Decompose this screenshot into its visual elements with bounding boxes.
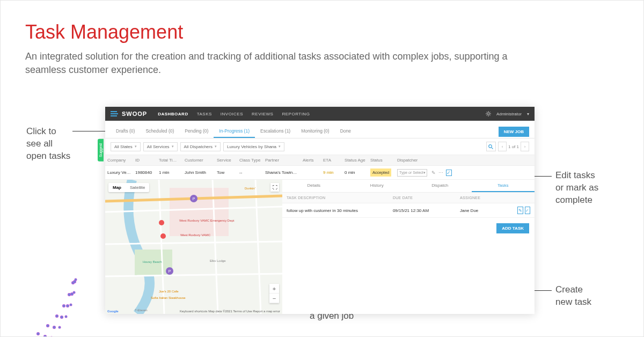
detail-tab-dispatch[interactable]: Dispatch: [408, 180, 472, 192]
new-job-button[interactable]: NEW JOB: [499, 127, 529, 137]
tab-in-progress[interactable]: In-Progress (1): [214, 125, 255, 138]
cell-partner: Shana's Towing C…: [263, 167, 301, 178]
svg-point-7: [62, 304, 65, 307]
dispatcher-select[interactable]: Type or Select▾: [397, 169, 427, 177]
svg-text:West Roxbury VAMC: West Roxbury VAMC: [180, 233, 211, 237]
pager: ‹ 1 of 1 ›: [498, 142, 529, 151]
svg-point-5: [46, 324, 49, 327]
task-edit-button[interactable]: ✎: [517, 207, 523, 214]
tab-done[interactable]: Done: [335, 125, 356, 138]
cell-age: 0 min: [342, 167, 368, 178]
col-partner[interactable]: Partner: [263, 155, 301, 165]
col-alerts[interactable]: Alerts: [301, 155, 321, 165]
nav-reporting[interactable]: REPORTING: [282, 112, 310, 116]
status-tabs: Drafts (0) Scheduled (0) Pending (0) In-…: [105, 121, 535, 138]
svg-text:P: P: [169, 269, 171, 273]
check-icon[interactable]: ✓: [446, 170, 452, 176]
task-assignee: Jane Doe: [456, 205, 513, 216]
detail-area: Map Satellite ⛶ + − P P West Roxbury VAM…: [105, 180, 535, 314]
svg-rect-37: [170, 188, 229, 236]
tab-pending[interactable]: Pending (0): [179, 125, 214, 138]
zoom-out-button[interactable]: −: [269, 294, 279, 303]
col-customer[interactable]: Customer: [182, 155, 215, 165]
task-col-due: DUE DATE: [389, 193, 456, 203]
detail-tab-details[interactable]: Details: [282, 180, 346, 192]
col-id[interactable]: ID: [133, 155, 157, 165]
svg-point-9: [71, 281, 75, 284]
fullscreen-icon[interactable]: ⛶: [270, 183, 279, 192]
user-label[interactable]: Administrator: [496, 112, 522, 116]
tab-monitoring[interactable]: Monitoring (0): [296, 125, 334, 138]
page-title: Task Management: [1, 1, 643, 50]
map-credit-terms: Keyboard shortcuts Map data ©2021 Terms …: [180, 310, 280, 313]
map-toggle-satellite[interactable]: Satellite: [126, 183, 149, 192]
add-task-button[interactable]: ADD TASK: [496, 223, 529, 233]
col-age[interactable]: Status Age: [342, 155, 368, 165]
detail-tab-tasks[interactable]: Tasks: [472, 180, 535, 192]
nav-tasks[interactable]: TASKS: [197, 112, 212, 116]
svg-text:Dunkin': Dunkin': [245, 187, 255, 190]
filter-dispatchers[interactable]: All Dispatchers▾: [180, 142, 221, 151]
app-window: Suggest SWOOP DASHBOARD TASKS INVOICES R…: [105, 107, 535, 314]
svg-point-34: [489, 144, 492, 148]
cell-alerts: [301, 170, 321, 175]
task-col-assignee: ASSIGNEE: [456, 193, 513, 203]
more-icon[interactable]: ⋯: [438, 170, 444, 176]
col-service[interactable]: Service: [215, 155, 237, 165]
cell-class: --: [237, 167, 263, 178]
col-dispatcher[interactable]: Dispatcher: [395, 155, 428, 165]
svg-point-29: [65, 316, 68, 318]
detail-tab-history[interactable]: History: [346, 180, 409, 192]
task-complete-button[interactable]: ✓: [525, 207, 531, 214]
svg-line-35: [492, 147, 493, 149]
main-nav: DASHBOARD TASKS INVOICES REVIEWS REPORTI…: [158, 112, 310, 116]
zoom-control: + −: [269, 284, 279, 303]
filter-company[interactable]: Luxury Vehicles by Shana▾: [223, 142, 284, 151]
map-credits: Google Keyboard shortcuts Map data ©2021…: [107, 310, 280, 313]
jobs-table-header: Company ID Total Time ▴ Customer Service…: [105, 155, 535, 166]
svg-point-20: [73, 280, 76, 283]
filter-services[interactable]: All Services▾: [143, 142, 178, 151]
col-company[interactable]: Company: [105, 155, 133, 165]
task-due: 09/15/21 12:30 AM: [389, 205, 456, 216]
svg-point-44: [160, 233, 166, 239]
gear-icon[interactable]: [486, 111, 491, 116]
feedback-tab[interactable]: Suggest: [98, 139, 104, 162]
nav-invoices[interactable]: INVOICES: [221, 112, 243, 116]
annotation-create-task: Create new task: [555, 284, 591, 309]
page-subtitle: An integrated solution for the creation …: [1, 50, 564, 87]
pager-prev[interactable]: ‹: [498, 142, 507, 151]
task-col-desc: TASK DESCRIPTION: [282, 193, 389, 203]
col-eta[interactable]: ETA: [321, 155, 342, 165]
decorative-dots: [0, 229, 119, 337]
annotation-open-tasks: Click to see all open tasks: [26, 126, 70, 163]
col-status[interactable]: Status: [368, 155, 395, 165]
map-pane[interactable]: Map Satellite ⛶ + − P P West Roxbury VAM…: [105, 180, 282, 314]
edit-icon[interactable]: ✎: [430, 170, 436, 176]
tab-escalations[interactable]: Escalations (1): [255, 125, 296, 138]
zoom-in-button[interactable]: +: [269, 284, 279, 294]
chevron-down-icon[interactable]: ▾: [527, 112, 529, 116]
table-row[interactable]: Luxury Veh… 1980840 1 min John Smith Tow…: [105, 166, 535, 180]
col-class[interactable]: Class Type: [237, 155, 263, 165]
search-button[interactable]: [486, 142, 496, 151]
nav-dashboard[interactable]: DASHBOARD: [158, 112, 188, 116]
cell-time: 1 min: [157, 167, 182, 178]
task-desc: follow up with customer in 30 minutes: [282, 205, 389, 216]
app-header: SWOOP DASHBOARD TASKS INVOICES REVIEWS R…: [105, 107, 535, 121]
svg-point-28: [58, 326, 61, 329]
annotation-edit-tasks: Edit tasks or mark as complete: [555, 170, 598, 207]
filter-states[interactable]: All States▾: [111, 142, 141, 151]
col-time[interactable]: Total Time ▴: [157, 155, 182, 165]
tab-drafts[interactable]: Drafts (0): [111, 125, 140, 138]
svg-text:Sofia Italian Steakhouse: Sofia Italian Steakhouse: [151, 296, 186, 299]
tab-scheduled[interactable]: Scheduled (0): [140, 125, 179, 138]
pager-next[interactable]: ›: [521, 142, 529, 151]
cell-customer: John Smith: [182, 167, 215, 178]
detail-tabs: Details History Dispatch Tasks: [282, 180, 535, 193]
map-toggle-map[interactable]: Map: [108, 183, 126, 192]
nav-reviews[interactable]: REVIEWS: [252, 112, 273, 116]
logo: SWOOP: [111, 111, 147, 117]
svg-point-32: [75, 279, 77, 281]
task-row[interactable]: follow up with customer in 30 minutes 09…: [282, 203, 535, 218]
